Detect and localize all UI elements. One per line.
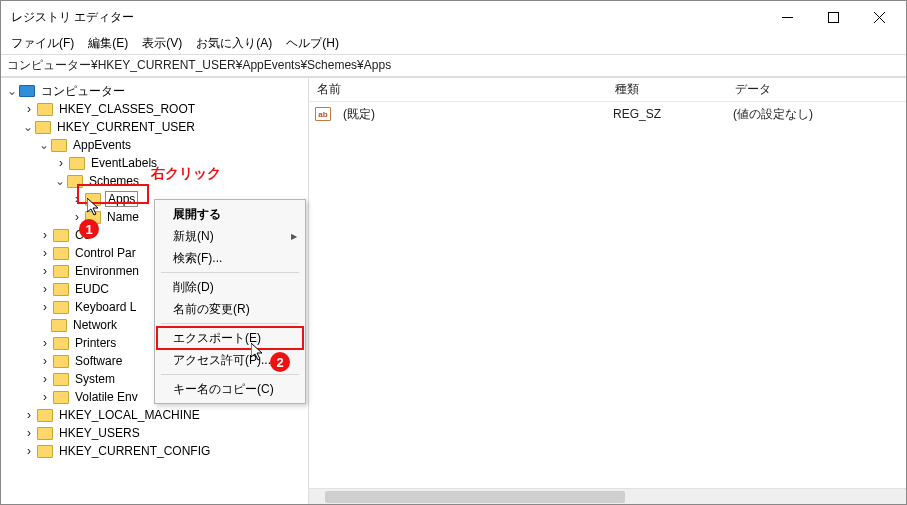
cursor-icon xyxy=(251,343,267,366)
folder-icon xyxy=(37,103,53,116)
minimize-button[interactable] xyxy=(764,2,810,32)
folder-icon xyxy=(53,337,69,350)
chevron-right-icon[interactable] xyxy=(21,426,37,440)
menu-separator xyxy=(161,323,299,324)
annotation-step-2: 2 xyxy=(270,352,290,372)
chevron-right-icon[interactable] xyxy=(53,156,69,170)
tree-hkcc[interactable]: HKEY_CURRENT_CONFIG xyxy=(57,444,212,458)
chevron-down-icon[interactable] xyxy=(53,174,67,188)
menu-view[interactable]: 表示(V) xyxy=(136,33,188,54)
list-pane: 名前 種類 データ ab (既定) REG_SZ (値の設定なし) xyxy=(309,78,906,504)
window-controls xyxy=(764,2,902,32)
chevron-right-icon[interactable] xyxy=(37,372,53,386)
chevron-down-icon[interactable] xyxy=(21,120,35,134)
folder-icon xyxy=(53,301,69,314)
ctx-export[interactable]: エクスポート(E) xyxy=(157,327,303,349)
chevron-right-icon[interactable] xyxy=(37,246,53,260)
cursor-icon xyxy=(87,198,103,221)
chevron-right-icon[interactable] xyxy=(37,228,53,242)
table-row[interactable]: ab (既定) REG_SZ (値の設定なし) xyxy=(309,104,906,124)
chevron-down-icon[interactable] xyxy=(5,84,19,98)
chevron-right-icon[interactable] xyxy=(37,354,53,368)
menu-edit[interactable]: 編集(E) xyxy=(82,33,134,54)
tree-software[interactable]: Software xyxy=(73,354,124,368)
body-split: コンピューター HKEY_CLASSES_ROOT HKEY_CURRENT_U… xyxy=(1,77,906,504)
folder-icon xyxy=(69,157,85,170)
menu-favorites[interactable]: お気に入り(A) xyxy=(190,33,278,54)
close-button[interactable] xyxy=(856,2,902,32)
tree-printers[interactable]: Printers xyxy=(73,336,118,350)
maximize-button[interactable] xyxy=(810,2,856,32)
folder-icon xyxy=(37,445,53,458)
registry-editor-window: レジストリ エディター ファイル(F) 編集(E) 表示(V) お気に入り(A)… xyxy=(0,0,907,505)
menu-separator xyxy=(161,272,299,273)
tree-appevents[interactable]: AppEvents xyxy=(71,138,133,152)
column-type[interactable]: 種類 xyxy=(607,81,727,98)
titlebar: レジストリ エディター xyxy=(1,1,906,33)
column-data[interactable]: データ xyxy=(727,81,906,98)
tree-eudc[interactable]: EUDC xyxy=(73,282,111,296)
row-type: REG_SZ xyxy=(605,107,725,121)
menu-separator xyxy=(161,374,299,375)
window-title: レジストリ エディター xyxy=(11,9,764,26)
tree-system[interactable]: System xyxy=(73,372,117,386)
ctx-find[interactable]: 検索(F)... xyxy=(157,247,303,269)
tree-eventlabels[interactable]: EventLabels xyxy=(89,156,159,170)
tree-environment[interactable]: Environmen xyxy=(73,264,141,278)
tree-names[interactable]: Name xyxy=(105,210,141,224)
horizontal-scrollbar[interactable] xyxy=(309,488,906,504)
address-text: コンピューター¥HKEY_CURRENT_USER¥AppEvents¥Sche… xyxy=(7,57,391,74)
folder-icon xyxy=(53,283,69,296)
folder-icon xyxy=(51,319,67,332)
chevron-right-icon[interactable] xyxy=(37,300,53,314)
annotation-step-1: 1 xyxy=(79,219,99,239)
chevron-right-icon[interactable] xyxy=(21,444,37,458)
row-data: (値の設定なし) xyxy=(725,106,906,123)
chevron-right-icon[interactable] xyxy=(21,102,37,116)
chevron-down-icon[interactable] xyxy=(37,138,51,152)
chevron-right-icon[interactable] xyxy=(37,282,53,296)
folder-icon xyxy=(53,391,69,404)
context-menu: 展開する 新規(N) 検索(F)... 削除(D) 名前の変更(R) エクスポー… xyxy=(154,199,306,404)
ctx-new[interactable]: 新規(N) xyxy=(157,225,303,247)
folder-icon xyxy=(53,355,69,368)
chevron-right-icon[interactable] xyxy=(37,390,53,404)
tree-root[interactable]: コンピューター xyxy=(39,83,127,100)
tree-hkcr[interactable]: HKEY_CLASSES_ROOT xyxy=(57,102,197,116)
annotation-rightclick: 右クリック xyxy=(151,165,221,183)
folder-icon xyxy=(37,409,53,422)
chevron-right-icon[interactable] xyxy=(21,408,37,422)
chevron-right-icon[interactable] xyxy=(37,336,53,350)
tree-hklm[interactable]: HKEY_LOCAL_MACHINE xyxy=(57,408,202,422)
menubar: ファイル(F) 編集(E) 表示(V) お気に入り(A) ヘルプ(H) xyxy=(1,33,906,55)
tree-controlpanel[interactable]: Control Par xyxy=(73,246,138,260)
computer-icon xyxy=(19,85,35,97)
tree-volatile[interactable]: Volatile Env xyxy=(73,390,140,404)
ctx-expand[interactable]: 展開する xyxy=(157,203,303,225)
folder-icon xyxy=(53,265,69,278)
chevron-right-icon[interactable] xyxy=(37,264,53,278)
row-name: (既定) xyxy=(335,106,605,123)
tree-keyboard[interactable]: Keyboard L xyxy=(73,300,138,314)
column-headers: 名前 種類 データ xyxy=(309,78,906,102)
folder-icon xyxy=(53,247,69,260)
menu-help[interactable]: ヘルプ(H) xyxy=(280,33,345,54)
svg-rect-1 xyxy=(828,12,838,22)
folder-icon xyxy=(53,229,69,242)
scrollbar-thumb[interactable] xyxy=(325,491,625,503)
tree-hku[interactable]: HKEY_USERS xyxy=(57,426,142,440)
column-name[interactable]: 名前 xyxy=(309,81,607,98)
tree-hkcu[interactable]: HKEY_CURRENT_USER xyxy=(55,120,197,134)
string-value-icon: ab xyxy=(315,107,331,121)
address-bar[interactable]: コンピューター¥HKEY_CURRENT_USER¥AppEvents¥Sche… xyxy=(1,55,906,77)
list-rows[interactable]: ab (既定) REG_SZ (値の設定なし) xyxy=(309,102,906,488)
menu-file[interactable]: ファイル(F) xyxy=(5,33,80,54)
ctx-copykeyname[interactable]: キー名のコピー(C) xyxy=(157,378,303,400)
folder-icon xyxy=(53,373,69,386)
folder-icon xyxy=(35,121,51,134)
ctx-delete[interactable]: 削除(D) xyxy=(157,276,303,298)
folder-icon xyxy=(51,139,67,152)
tree-network[interactable]: Network xyxy=(71,318,119,332)
folder-icon xyxy=(37,427,53,440)
ctx-rename[interactable]: 名前の変更(R) xyxy=(157,298,303,320)
